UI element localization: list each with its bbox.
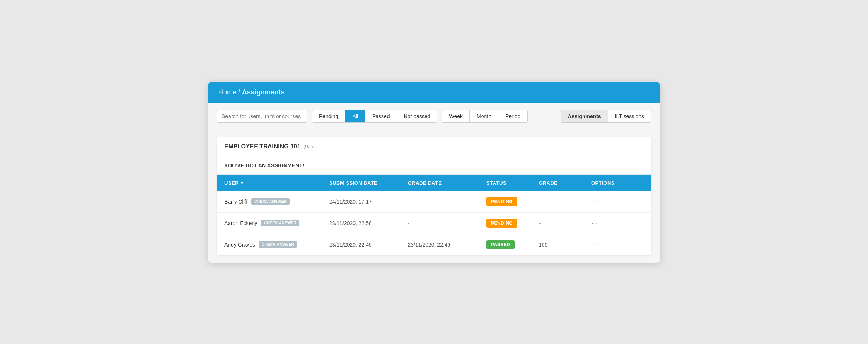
time-filter-group: Week Month Period [442,110,528,123]
check-answer-badge[interactable]: CHECK ANSWER [251,198,290,205]
options-button[interactable]: ··· [591,240,644,249]
table-row: Andy Graves CHECK ANSWER 23/11/2020, 22:… [217,234,651,255]
breadcrumb-separator: / [238,88,240,96]
search-input[interactable] [217,110,307,123]
status-cell: PENDING [486,197,539,206]
section-title: EMPLOYEE TRAINING 101 [224,143,301,150]
filter-month[interactable]: Month [470,110,498,122]
grade-cell: - [539,220,591,227]
status-badge: PENDING [486,197,517,206]
check-answer-badge[interactable]: CHECK ANSWER [259,241,297,248]
grade-cell: - [539,198,591,205]
grade-date: - [408,220,487,227]
user-name: Andy Graves [224,242,255,248]
sort-icon[interactable]: ▼ [240,181,244,185]
col-user: USER ▼ [224,180,329,186]
filter-all[interactable]: All [345,110,365,122]
check-answer-badge[interactable]: CHECK ANSWER [261,220,299,226]
grade-date: 23/11/2020, 22:49 [408,242,487,248]
header: Home / Assignments [208,82,660,103]
col-grade: GRADE [539,180,591,186]
assignment-notice: YOU'VE GOT AN ASSIGNMENT! [217,156,651,175]
options-button[interactable]: ··· [591,197,644,206]
user-name: Aaron Eckerly [224,220,257,226]
submission-date: 23/11/2020, 22:58 [329,220,408,226]
table-row: Aaron Eckerly CHECK ANSWER 23/11/2020, 2… [217,213,651,234]
type-ilt-sessions[interactable]: ILT sessions [608,110,651,122]
col-grade-date: GRADE DATE [408,180,487,186]
grade-cell: 100 [539,242,591,248]
submission-date: 23/11/2020, 22:45 [329,242,408,248]
status-badge: PENDING [486,219,517,228]
col-submission-date: SUBMISSION DATE [329,180,408,186]
user-cell: Andy Graves CHECK ANSWER [224,241,329,248]
grade-date: - [408,198,487,205]
page-title: Assignments [242,88,285,96]
filter-week[interactable]: Week [442,110,470,122]
type-assignments[interactable]: Assignments [561,110,608,122]
status-cell: PENDING [486,219,539,228]
user-cell: Aaron Eckerly CHECK ANSWER [224,220,329,226]
col-options: OPTIONS [591,180,644,186]
table-header: USER ▼ SUBMISSION DATE GRADE DATE STATUS… [217,175,651,191]
filter-period[interactable]: Period [498,110,527,122]
home-link[interactable]: Home [218,88,236,96]
section-card: EMPLOYEE TRAINING 101 (005) YOU'VE GOT A… [217,137,651,255]
section-header: EMPLOYEE TRAINING 101 (005) [217,137,651,156]
breadcrumb: Home / Assignments [218,88,650,96]
filter-pending[interactable]: Pending [312,110,345,122]
status-badge: PASSED [486,240,515,249]
user-cell: Barry Cliff CHECK ANSWER [224,198,329,205]
main-window: Home / Assignments Pending All Passed No… [208,82,660,263]
submission-date: 24/11/2020, 17:17 [329,199,408,205]
status-filter-group: Pending All Passed Not passed [312,110,437,123]
filter-not-passed[interactable]: Not passed [397,110,437,122]
user-name: Barry Cliff [224,199,247,205]
toolbar: Pending All Passed Not passed Week Month… [208,103,660,130]
status-cell: PASSED [486,240,539,249]
col-status: STATUS [486,180,539,186]
table-row: Barry Cliff CHECK ANSWER 24/11/2020, 17:… [217,191,651,213]
options-button[interactable]: ··· [591,219,644,227]
content-area: EMPLOYEE TRAINING 101 (005) YOU'VE GOT A… [208,130,660,263]
type-filter-group: Assignments ILT sessions [561,110,651,123]
filter-passed[interactable]: Passed [365,110,397,122]
section-count: (005) [304,143,315,149]
